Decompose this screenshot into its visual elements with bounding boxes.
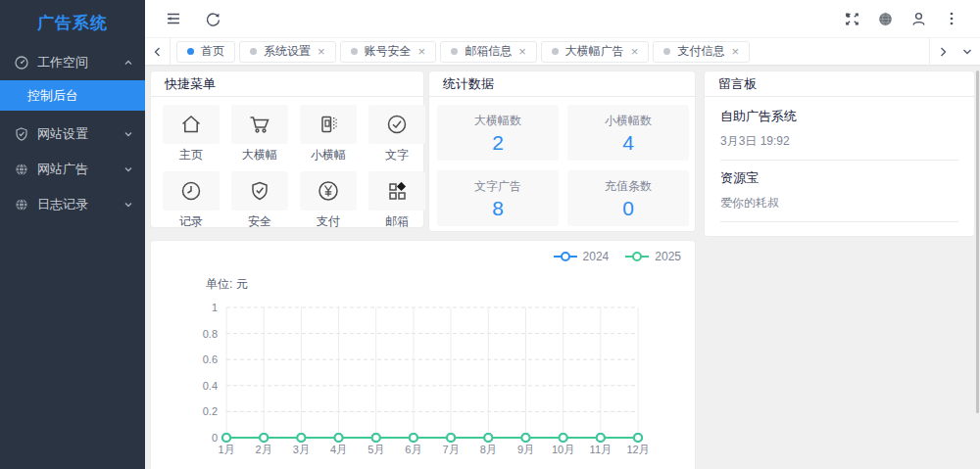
tabs-bar: 首页 系统设置 × 账号安全 × 邮箱信息 × [145, 37, 980, 65]
svg-text:1月: 1月 [218, 444, 234, 455]
tab-status-dot [250, 48, 257, 55]
svg-text:5月: 5月 [368, 444, 384, 455]
app-window: 广告系统 工作空间 控制后台 网站设置 网站广告 [0, 0, 980, 469]
tab-label: 系统设置 [264, 43, 311, 60]
clock-icon [178, 178, 204, 204]
tab-close-icon[interactable]: × [631, 45, 639, 58]
tab-label: 支付信息 [677, 43, 724, 60]
chevron-up-icon [123, 58, 133, 68]
svg-text:0.6: 0.6 [203, 353, 218, 365]
quick-item-big-banner[interactable]: 大横幅 [231, 105, 288, 164]
tab-status-dot [552, 48, 559, 55]
menu-fold-icon[interactable] [159, 6, 188, 31]
sidebar-item-control-panel[interactable]: 控制后台 [0, 80, 145, 111]
sidebar-item-workspace[interactable]: 工作空间 [0, 45, 145, 80]
sidebar-item-site-ads[interactable]: 网站广告 [0, 152, 145, 187]
quick-item-mailbox[interactable]: 邮箱 [368, 171, 425, 230]
quick-item-records[interactable]: 记录 [163, 171, 220, 230]
svg-text:4月: 4月 [330, 444, 347, 455]
tabs-list: 首页 系统设置 × 账号安全 × 邮箱信息 × [171, 41, 929, 63]
tab-big-banner-ads[interactable]: 大横幅广告 × [541, 41, 650, 63]
sidebar: 广告系统 工作空间 控制后台 网站设置 网站广告 [0, 0, 145, 469]
stat-text-ads-count: 文字广告 8 [437, 170, 559, 226]
message-author: 资源宝 [720, 169, 958, 187]
tab-account-security[interactable]: 账号安全 × [340, 41, 437, 63]
quick-item-security[interactable]: 安全 [231, 171, 288, 230]
sidebar-item-label: 日志记录 [37, 196, 123, 213]
tab-close-icon[interactable]: × [731, 45, 739, 58]
tab-label: 账号安全 [365, 43, 412, 60]
stats-card: 统计数据 大横幅数 2 小横幅数 4 文字广告 8 充值条数 [428, 70, 696, 232]
quick-item-label: 大横幅 [231, 147, 288, 164]
tab-payment-info[interactable]: 支付信息 × [653, 41, 750, 63]
svg-text:1: 1 [212, 302, 218, 313]
stat-value: 4 [567, 131, 689, 155]
more-icon[interactable] [937, 6, 966, 31]
cart-icon [247, 112, 272, 137]
tabs-menu-button[interactable] [955, 38, 980, 66]
line-chart: 00.20.40.60.811月2月3月4月5月6月7月8月9月10月11月12… [151, 241, 697, 469]
stat-label: 小横幅数 [567, 113, 689, 129]
tab-label: 邮箱信息 [465, 43, 512, 60]
sidebar-item-site-settings[interactable]: 网站设置 [0, 117, 145, 152]
banner-icon [316, 112, 341, 137]
quick-item-label: 小横幅 [300, 147, 357, 164]
quick-menu-grid: 主页 大横幅 小横幅 文字 [151, 97, 423, 238]
message-item: 自助广告系统 3月3日 19:92 [720, 99, 958, 161]
stat-value: 2 [437, 131, 559, 155]
chevron-down-icon [123, 200, 133, 210]
content-area: 快捷菜单 主页 大横幅 小横幅 [145, 65, 980, 469]
quick-item-label: 支付 [300, 213, 357, 230]
tab-status-dot [187, 48, 194, 55]
tab-system-settings[interactable]: 系统设置 × [239, 41, 336, 63]
quick-item-label: 记录 [163, 213, 220, 230]
message-text: 爱你的耗叔 [720, 195, 958, 211]
tab-email-info[interactable]: 邮箱信息 × [440, 41, 537, 63]
yen-circle-icon [316, 178, 341, 204]
chart-card: 2024 2025 单位: 元 00.20.40.60.811月2月3月4月5月… [150, 240, 696, 469]
sidebar-item-label: 网站广告 [37, 161, 123, 178]
svg-text:8月: 8月 [480, 444, 497, 455]
message-text: 3月3日 19:92 [720, 133, 958, 150]
tab-home[interactable]: 首页 [176, 41, 235, 63]
home-icon [178, 112, 204, 137]
tabs-scroll-left-button[interactable] [145, 38, 171, 66]
quick-menu-title: 快捷菜单 [151, 71, 423, 97]
tab-status-dot [351, 48, 358, 55]
header-bar [145, 0, 980, 37]
quick-item-text[interactable]: 文字 [368, 105, 425, 164]
sidebar-item-logs[interactable]: 日志记录 [0, 187, 145, 222]
message-author: 自助广告系统 [720, 108, 958, 125]
main-area: 首页 系统设置 × 账号安全 × 邮箱信息 × [145, 0, 980, 469]
svg-text:9月: 9月 [517, 444, 534, 455]
quick-item-payment[interactable]: 支付 [300, 171, 357, 230]
chevron-down-icon [123, 164, 133, 174]
sidebar-item-label: 工作空间 [37, 54, 123, 71]
submenu-item-label: 控制后台 [27, 87, 78, 105]
chevron-down-icon [123, 129, 133, 139]
message-board-title: 留言板 [705, 71, 974, 97]
stat-label: 文字广告 [437, 178, 559, 195]
quick-item-home[interactable]: 主页 [163, 105, 220, 164]
tab-status-dot [663, 48, 670, 55]
tab-label: 大横幅广告 [565, 43, 624, 60]
svg-text:2月: 2月 [256, 444, 272, 455]
user-icon[interactable] [904, 6, 933, 31]
sidebar-item-label: 网站设置 [37, 125, 123, 143]
refresh-icon[interactable] [198, 6, 227, 31]
globe-icon[interactable] [870, 6, 900, 31]
fullscreen-icon[interactable] [837, 6, 866, 31]
tab-close-icon[interactable]: × [518, 45, 526, 58]
tab-close-icon[interactable]: × [418, 45, 426, 58]
svg-text:3月: 3月 [293, 444, 310, 455]
stat-value: 0 [567, 197, 689, 220]
message-list: 自助广告系统 3月3日 19:92 资源宝 爱你的耗叔 [705, 97, 974, 222]
shield-icon [14, 126, 29, 142]
stat-label: 充值条数 [567, 178, 689, 195]
tabs-scroll-right-button[interactable] [929, 38, 955, 66]
quick-item-label: 安全 [231, 213, 288, 230]
quick-item-small-banner[interactable]: 小横幅 [300, 105, 357, 164]
tab-close-icon[interactable]: × [318, 45, 325, 58]
sphere-icon [14, 162, 29, 177]
vertical-scrollbar[interactable] [976, 70, 979, 413]
